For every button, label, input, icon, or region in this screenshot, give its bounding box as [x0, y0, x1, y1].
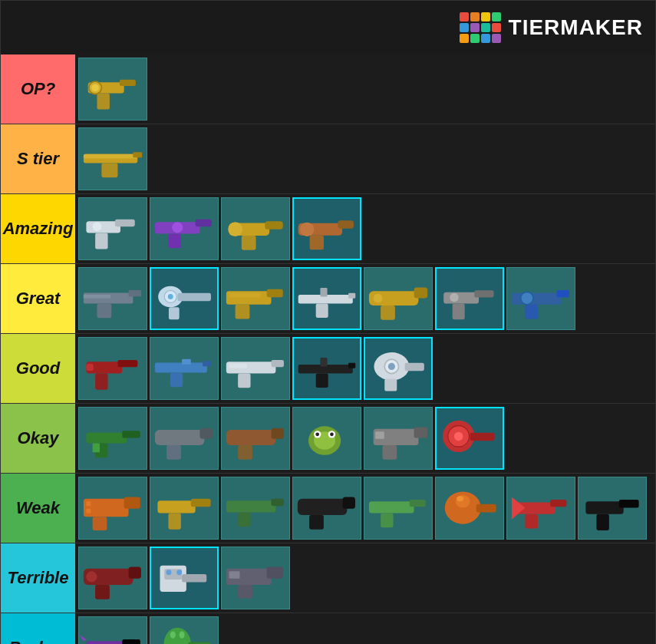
tier-label-op: OP? [1, 54, 75, 124]
header: TiERMAKER [1, 1, 655, 54]
item-g3[interactable] [221, 267, 290, 330]
svg-rect-55 [117, 360, 137, 367]
svg-rect-115 [381, 513, 393, 527]
svg-rect-69 [320, 358, 327, 366]
tier-items-s [75, 124, 655, 193]
item-w1[interactable] [78, 477, 147, 540]
logo: TiERMAKER [460, 12, 643, 43]
svg-rect-36 [236, 305, 250, 319]
svg-rect-30 [177, 293, 211, 301]
item-w8[interactable] [578, 477, 647, 540]
svg-rect-121 [550, 500, 566, 507]
svg-rect-105 [191, 499, 211, 507]
svg-point-45 [374, 294, 383, 303]
tier-label-s: S tier [1, 124, 75, 193]
item-gd2[interactable] [150, 337, 219, 400]
svg-rect-123 [525, 514, 537, 529]
svg-rect-112 [309, 515, 324, 530]
svg-point-146 [164, 628, 191, 644]
svg-rect-7 [101, 163, 117, 177]
svg-point-148 [170, 631, 176, 638]
svg-rect-108 [272, 499, 284, 506]
svg-rect-126 [596, 514, 608, 530]
item-b2[interactable] [150, 616, 219, 644]
svg-rect-14 [196, 220, 212, 226]
tier-items-great [75, 264, 655, 333]
item-ok2[interactable] [150, 407, 219, 470]
item-w4[interactable] [292, 477, 361, 540]
item-w2[interactable] [150, 477, 219, 540]
item-gd1[interactable] [78, 337, 147, 400]
item-g4[interactable] [292, 267, 361, 330]
svg-point-135 [176, 570, 182, 575]
svg-rect-110 [298, 499, 348, 515]
svg-rect-76 [122, 431, 140, 438]
svg-rect-93 [382, 445, 397, 460]
svg-rect-2 [97, 93, 109, 109]
item-a2[interactable] [150, 197, 219, 260]
svg-rect-46 [443, 292, 479, 303]
item-w6[interactable] [435, 477, 504, 540]
item-ok6[interactable] [435, 407, 504, 470]
item-a4[interactable] [292, 197, 361, 260]
svg-rect-64 [238, 373, 250, 388]
svg-rect-58 [155, 362, 207, 372]
item-g6[interactable] [435, 267, 504, 330]
item-ok5[interactable] [364, 407, 433, 470]
svg-rect-60 [170, 372, 183, 387]
svg-rect-75 [86, 432, 127, 443]
svg-rect-28 [84, 295, 110, 299]
svg-rect-111 [343, 497, 355, 508]
svg-point-74 [388, 363, 395, 370]
tier-list-container: TiERMAKER OP? S tier Amazing [0, 0, 656, 644]
tier-table: OP? S tier Amazing [1, 54, 655, 644]
svg-rect-20 [242, 236, 256, 250]
tier-label-good: Good [1, 334, 75, 403]
item-ok1[interactable] [78, 407, 147, 470]
item-b1[interactable] [78, 616, 147, 644]
svg-point-149 [180, 631, 185, 638]
svg-rect-133 [182, 574, 206, 582]
svg-marker-143 [79, 635, 86, 641]
item-t2[interactable] [150, 547, 219, 609]
svg-rect-10 [115, 220, 135, 226]
svg-rect-129 [95, 585, 110, 599]
svg-point-53 [521, 292, 533, 304]
svg-rect-63 [272, 360, 284, 367]
svg-rect-94 [375, 431, 384, 438]
svg-rect-109 [238, 512, 250, 527]
item-s1[interactable] [78, 127, 147, 190]
svg-rect-52 [525, 305, 537, 319]
tier-items-good [75, 334, 655, 403]
item-w5[interactable] [364, 477, 433, 540]
item-ok4[interactable] [292, 407, 361, 470]
item-w3[interactable] [221, 477, 290, 540]
item-g7[interactable] [506, 267, 575, 330]
svg-rect-24 [310, 236, 324, 249]
svg-rect-92 [414, 427, 428, 438]
tier-label-amazing: Amazing [1, 194, 75, 263]
svg-rect-79 [155, 430, 205, 445]
item-ok3[interactable] [221, 407, 290, 470]
item-gd4[interactable] [292, 337, 361, 400]
svg-rect-11 [95, 233, 107, 249]
item-g2[interactable] [150, 267, 219, 330]
item-gd5[interactable] [364, 337, 433, 400]
item-w7[interactable] [506, 477, 575, 540]
item-gd3[interactable] [221, 337, 290, 400]
svg-point-98 [454, 431, 463, 440]
svg-point-19 [228, 222, 242, 236]
item-t1[interactable] [78, 547, 147, 609]
item-g5[interactable] [364, 267, 433, 330]
svg-rect-82 [226, 430, 276, 445]
item-a1[interactable] [78, 197, 147, 260]
tier-items-op [75, 54, 655, 124]
item-a3[interactable] [221, 197, 290, 260]
svg-rect-72 [384, 378, 397, 391]
svg-rect-35 [267, 289, 283, 298]
svg-point-90 [330, 432, 334, 436]
item-g1[interactable] [78, 267, 147, 330]
tier-items-amazing [75, 194, 655, 263]
item-t3[interactable] [221, 547, 290, 609]
item-op1[interactable] [78, 58, 147, 121]
